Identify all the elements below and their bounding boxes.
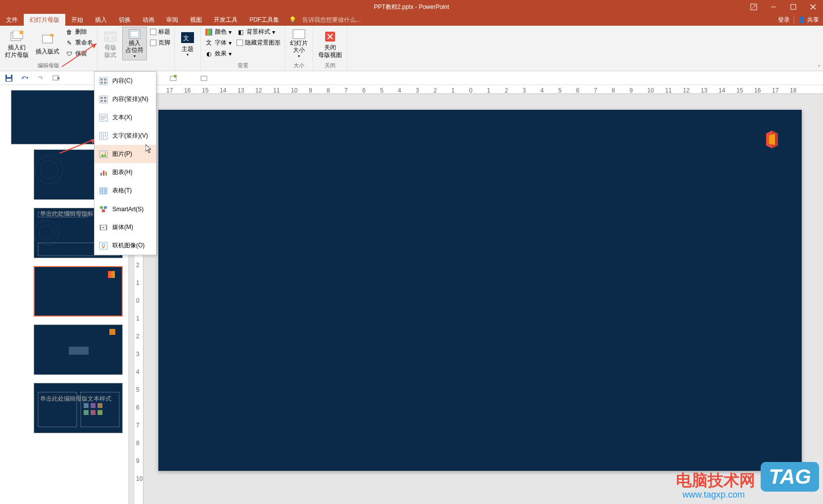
menu-pdftools[interactable]: PDF工具集 [243, 14, 285, 26]
text-icon [98, 113, 108, 123]
svg-rect-89 [106, 225, 107, 230]
menu-home[interactable]: 开始 [65, 14, 89, 26]
dropdown-text[interactable]: 文本(X) [95, 108, 156, 127]
dropdown-media[interactable]: 媒体(M) [95, 218, 156, 236]
qat-extra-2[interactable] [168, 73, 178, 83]
effects-button[interactable]: ◐效果 ▾ [203, 48, 234, 59]
master-layout-icon [102, 29, 118, 44]
preserve-button[interactable]: 🛡保留 [63, 48, 95, 59]
placeholder-icon [127, 29, 143, 40]
insert-placeholder-button[interactable]: 插入 占位符▾ [122, 27, 147, 60]
tell-me-search[interactable]: 告诉我您想要做什么... [302, 16, 361, 24]
master-thumbnail[interactable] [11, 90, 107, 144]
save-button[interactable] [4, 73, 14, 83]
dropdown-picture[interactable]: 图片(P) [95, 145, 156, 163]
rename-button[interactable]: ✎重命名 [63, 38, 95, 48]
dropdown-content-vertical[interactable]: 内容(竖排)(N) [95, 90, 156, 108]
layout-thumbnail-4[interactable] [34, 324, 123, 375]
fonts-icon: 文 [205, 39, 213, 47]
menu-view[interactable]: 视图 [184, 14, 208, 26]
svg-rect-52 [97, 410, 102, 415]
share-button[interactable]: 👤 共享 [794, 16, 819, 24]
dropdown-chart[interactable]: 图表(H) [95, 163, 156, 182]
svg-text:单击此处编辑母版文本样式: 单击此处编辑母版文本样式 [40, 395, 111, 402]
table-icon [98, 186, 108, 196]
ribbon-display-options-icon[interactable] [744, 0, 764, 14]
svg-rect-57 [104, 82, 106, 84]
dropdown-online-image[interactable]: 联机图像(O) [95, 236, 156, 255]
qat-extra-3[interactable] [199, 73, 209, 83]
themes-icon: 文 [180, 30, 195, 46]
menu-review[interactable]: 审阅 [160, 14, 184, 26]
dropdown-table[interactable]: 表格(T) [95, 182, 156, 200]
undo-button[interactable]: ↶ ▾ [20, 73, 30, 83]
svg-rect-55 [104, 79, 106, 81]
svg-rect-13 [111, 36, 115, 40]
themes-button[interactable]: 文 主题▾ [177, 27, 198, 60]
svg-rect-75 [103, 171, 104, 176]
svg-text:✱: ✱ [49, 34, 54, 39]
preserve-icon: 🛡 [65, 50, 73, 58]
login-link[interactable]: 登录 [778, 16, 790, 24]
colors-button[interactable]: 颜色 ▾ [203, 27, 234, 37]
svg-text:✱: ✱ [19, 31, 24, 36]
layout-thumbnail-5[interactable]: 单击此处编辑母版文本样式 [34, 383, 123, 433]
online-image-icon [98, 241, 108, 251]
menu-transitions[interactable]: 切换 [113, 14, 137, 26]
checkbox-icon [237, 40, 243, 46]
layout-icon: ✱ [40, 32, 55, 48]
svg-rect-23 [7, 75, 11, 77]
collapse-ribbon-button[interactable]: ⌃ [817, 64, 821, 70]
menu-animations[interactable]: 动画 [137, 14, 160, 26]
redo-button[interactable]: ↷ [36, 73, 46, 83]
svg-point-30 [174, 75, 177, 78]
fonts-button[interactable]: 文字体 ▾ [203, 38, 234, 48]
delete-button[interactable]: 🗑删除 [63, 27, 95, 37]
group-label-size: 大小 [287, 61, 311, 70]
svg-rect-51 [91, 410, 96, 415]
insert-slidemaster-button[interactable]: ✱ 插入幻 灯片母版 [2, 27, 32, 60]
close-masterview-button[interactable]: 关闭 母版视图 [315, 27, 345, 60]
title-bar: PPT教程2.pptx - PowerPoint [0, 0, 823, 14]
start-from-beginning-button[interactable] [51, 73, 61, 83]
slidesize-icon [291, 29, 307, 40]
menu-slidemaster[interactable]: 幻灯片母版 [24, 14, 65, 26]
layout-thumbnail-3-selected[interactable] [34, 266, 123, 317]
hidebg-checkbox[interactable]: 隐藏背景图形 [235, 38, 283, 48]
minimize-button[interactable] [764, 0, 783, 14]
smartart-icon [98, 204, 108, 214]
insert-layout-button[interactable]: ✱ 插入版式 [33, 27, 62, 60]
svg-rect-12 [106, 36, 110, 40]
slidesize-button[interactable]: 幻灯片 大小▾ [287, 27, 311, 60]
dropdown-content[interactable]: 内容(C) [95, 72, 156, 90]
footer-checkbox[interactable]: 页脚 [148, 38, 172, 48]
maximize-button[interactable] [783, 0, 803, 14]
watermark: 电脑技术网 TAG www.tagxp.com [676, 462, 819, 500]
svg-rect-49 [97, 403, 102, 408]
close-button[interactable] [803, 0, 823, 14]
group-label-editmaster: 编辑母版 [2, 61, 95, 70]
menu-insert[interactable]: 插入 [89, 14, 113, 26]
svg-point-33 [35, 156, 63, 183]
svg-rect-88 [100, 225, 101, 230]
svg-rect-41 [108, 271, 115, 278]
svg-rect-56 [100, 82, 103, 84]
menu-file[interactable]: 文件 [0, 14, 24, 26]
bgstyles-button[interactable]: ◧背景样式 ▾ [235, 27, 283, 37]
watermark-tag: TAG [761, 462, 819, 492]
svg-rect-62 [104, 100, 106, 102]
svg-point-73 [105, 152, 106, 153]
svg-rect-11 [106, 33, 115, 35]
slide-canvas[interactable] [158, 110, 802, 471]
dropdown-text-vertical[interactable]: 文字(竖排)(V) [95, 127, 156, 145]
dropdown-smartart[interactable]: SmartArt(S) [95, 200, 156, 218]
ribbon-group-size: 幻灯片 大小▾ 大小 [285, 26, 313, 71]
watermark-text: 电脑技术网 [676, 470, 755, 492]
close-master-icon [322, 29, 338, 44]
title-checkbox[interactable]: 标题 [148, 27, 172, 37]
svg-rect-61 [100, 100, 103, 102]
menu-devtools[interactable]: 开发工具 [208, 14, 243, 26]
svg-rect-76 [105, 172, 107, 176]
svg-marker-90 [102, 227, 105, 229]
master-layout-button[interactable]: 母版 版式 [99, 27, 121, 60]
